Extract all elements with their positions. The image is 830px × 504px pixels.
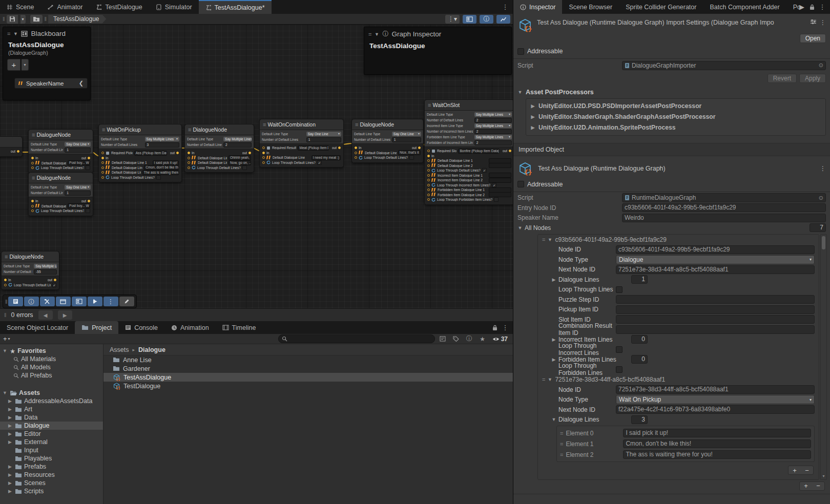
graph-node-waitonslot[interactable]: ≡WaitOnSlotDefault Line TypeSay Multiple… xyxy=(424,99,513,205)
asset-postprocessors-foldout[interactable]: ▼ Asset PostProcessors xyxy=(513,86,830,98)
foldout-arrow-icon[interactable]: ▶ xyxy=(530,114,535,119)
all-nodes-count[interactable]: 7 xyxy=(810,223,826,232)
input-port-icon[interactable] xyxy=(427,155,430,157)
save-button[interactable] xyxy=(7,15,18,24)
row-text-field[interactable]: f22a475e-4c2f-41c6-9b73-6a83498abfe0 xyxy=(616,405,815,414)
node-port-row[interactable]: Inout xyxy=(185,151,254,156)
foldout-arrow-icon[interactable]: ▼ xyxy=(374,32,379,37)
node-port-row[interactable]: Default Dialogue LineNice, that's it xyxy=(352,151,423,156)
output-port-icon[interactable] xyxy=(338,146,341,149)
node-port-row[interactable]: Loop Through Default Lines? xyxy=(352,155,423,160)
search-by-label-icon[interactable] xyxy=(450,335,462,343)
node-port-row[interactable]: Loop Through Default Lines? xyxy=(29,208,93,214)
port-value-field[interactable]: I need my meat :) xyxy=(312,155,341,160)
revert-button[interactable]: Revert xyxy=(767,74,797,83)
node-port-row[interactable]: Inout xyxy=(352,145,423,151)
port-icon[interactable] xyxy=(4,284,7,286)
toolbar-drag-handle[interactable]: ‖ xyxy=(4,312,6,318)
port-value-field[interactable]: Meat (Pickup Item Data) xyxy=(298,145,328,151)
tab-scroll-right-icon[interactable]: ▶ xyxy=(797,3,806,12)
port-icon[interactable] xyxy=(31,209,34,212)
node-port-row[interactable]: Default Dialogue LineI need my meat :) xyxy=(260,155,343,160)
foldout-arrow-icon[interactable]: ▶ xyxy=(7,489,13,494)
node-port-row[interactable]: Inout xyxy=(29,156,93,161)
foldout-arrow-icon[interactable]: ▶ xyxy=(7,423,13,428)
port-value-field[interactable] xyxy=(489,158,511,163)
row-text-field[interactable] xyxy=(616,325,815,334)
drag-handle-icon[interactable]: = xyxy=(542,237,545,243)
property-dropdown[interactable]: Say Multiple Lines▾ xyxy=(474,135,512,139)
script-field[interactable]: DialogueGraphImporter ⊙ xyxy=(622,61,826,70)
foldout-arrow-icon[interactable]: ▶ xyxy=(7,480,13,486)
node-port-row[interactable]: In xyxy=(260,151,343,156)
collapse-chevron-icon[interactable]: ❮ xyxy=(79,80,84,87)
lock-icon[interactable] xyxy=(490,323,500,332)
search-by-import-log-icon[interactable]: ⓘ xyxy=(464,335,475,343)
tab-timeline[interactable]: Timeline xyxy=(216,321,263,334)
node-port-row[interactable]: Default Dialogue LinePost boy... W xyxy=(29,204,93,209)
property-field[interactable]: 2 xyxy=(223,142,252,148)
node-port-row[interactable]: Loop Through Forbidden Item Lines? xyxy=(425,197,513,202)
row-text-field[interactable]: 7251e73e-38d3-44ff-a8c5-bcf54088aaf1 xyxy=(616,385,815,394)
minimap-toggle-button[interactable] xyxy=(496,15,510,24)
tree-item-scenes[interactable]: ▶Scenes xyxy=(0,479,103,487)
port-icon[interactable] xyxy=(355,156,357,159)
port-checkbox[interactable]: ✓ xyxy=(52,283,56,287)
node-port-row[interactable]: Incorrect Item Dialogue Line 1 xyxy=(425,173,513,178)
port-icon[interactable] xyxy=(101,152,104,154)
output-port-icon[interactable] xyxy=(418,146,421,149)
script-field[interactable]: RuntimeDialogueGraph ⊙ xyxy=(622,193,826,202)
property-dropdown[interactable]: Say One Line▾ xyxy=(392,132,421,136)
array-size-field[interactable]: 3 xyxy=(631,415,648,424)
node-foldout-header[interactable]: =▼c93b5606-401f-49a2-99b5-9ecbf1fa9c29 xyxy=(538,235,819,245)
tree-item-addressableassetsdata[interactable]: ▶AddressableAssetsData xyxy=(0,397,103,405)
object-kebab-icon[interactable]: ⋮ xyxy=(820,165,826,172)
graph-node-startnode[interactable]: ≡StartNodeSpeakerNameout xyxy=(0,136,23,157)
property-field[interactable]: 2 xyxy=(474,129,512,134)
node-port-row[interactable]: Loop Through Default Lines? xyxy=(99,175,181,180)
tree-item-all-prefabs[interactable]: All Prefabs xyxy=(0,371,103,380)
port-value-field[interactable]: Post boy... W xyxy=(68,160,90,165)
row-dropdown[interactable]: Wait On Pickup▾ xyxy=(616,395,815,404)
postprocessor-item[interactable]: ▶UnityEditor.ShaderGraph.ShaderGraphAsse… xyxy=(526,112,825,122)
port-checkbox[interactable]: ✓ xyxy=(492,183,496,187)
foldout-arrow-icon[interactable]: ▶ xyxy=(7,439,13,445)
node-port-row[interactable]: Loop Through Default Lines?✓ xyxy=(2,283,59,288)
file-item-testdialogue[interactable]: {}TestDialogue xyxy=(103,382,513,390)
add-element-button[interactable]: + xyxy=(789,466,801,474)
node-collapse-icon[interactable]: ≡ xyxy=(428,102,430,108)
open-button[interactable]: Open xyxy=(800,34,826,43)
foldout-arrow-icon[interactable]: ▼ xyxy=(2,390,8,395)
foldout-arrow-icon[interactable]: ▶ xyxy=(7,472,13,477)
graph-node-waitoncombination[interactable]: ≡WaitOnCombinationDefault Line TypeSay O… xyxy=(259,119,344,167)
element-value-field[interactable]: I said pick it up! xyxy=(623,429,811,437)
foldout-arrow-icon[interactable]: ▼ xyxy=(547,377,552,382)
tab-animation[interactable]: Animation xyxy=(164,321,216,334)
output-port-icon[interactable] xyxy=(248,152,251,154)
port-icon[interactable] xyxy=(427,184,430,186)
row-text-field[interactable]: c93b5606-401f-49a2-99b5-9ecbf1fa9c29 xyxy=(616,245,815,254)
port-icon[interactable] xyxy=(427,194,430,196)
port-checkbox[interactable] xyxy=(409,155,414,160)
node-collapse-icon[interactable]: ≡ xyxy=(32,132,34,138)
object-picker-icon[interactable]: ⊙ xyxy=(819,62,823,69)
foldout-arrow-icon[interactable]: ▶ xyxy=(7,398,13,404)
input-port-icon[interactable] xyxy=(188,152,190,154)
graph-node-dialoguenode[interactable]: ≡DialogueNodeDefault Line TypeSay One Li… xyxy=(351,119,424,163)
input-port-icon[interactable] xyxy=(31,157,34,159)
panel-drag-handle-icon[interactable]: = xyxy=(7,31,10,37)
row-checkbox[interactable] xyxy=(616,286,623,293)
node-collapse-icon[interactable]: ≡ xyxy=(102,127,105,133)
port-icon[interactable] xyxy=(427,179,430,181)
input-port-icon[interactable] xyxy=(31,200,34,202)
lock-icon[interactable] xyxy=(807,3,817,12)
node-collapse-icon[interactable]: ≡ xyxy=(32,175,34,181)
node-port-row[interactable]: Default Dialogue Line 1I said pick it up… xyxy=(99,160,181,165)
addressable-checkbox[interactable] xyxy=(517,48,524,55)
toolbar-drag-handle[interactable]: ‖ xyxy=(5,299,7,305)
tree-item-all-models[interactable]: All Models xyxy=(0,363,103,371)
tab-scene[interactable]: Scene xyxy=(0,0,40,14)
canvas-tool-kebab-icon[interactable]: ⋮ xyxy=(103,297,118,306)
canvas-tool-pen-icon[interactable] xyxy=(119,297,134,306)
node-port-row[interactable]: In xyxy=(425,154,513,159)
